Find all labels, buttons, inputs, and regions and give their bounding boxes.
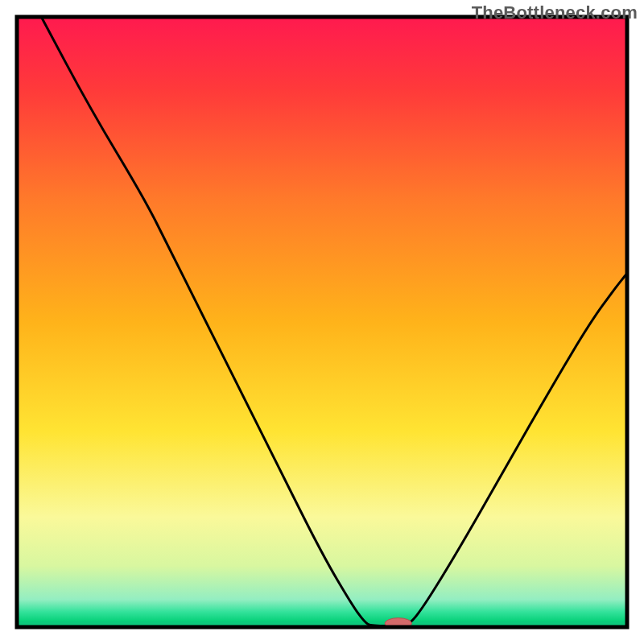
- chart-canvas: [0, 0, 644, 644]
- watermark-label: TheBottleneck.com: [472, 2, 638, 23]
- bottleneck-chart: TheBottleneck.com: [0, 0, 644, 644]
- gradient-background: [17, 17, 627, 627]
- plot-area: [17, 17, 627, 629]
